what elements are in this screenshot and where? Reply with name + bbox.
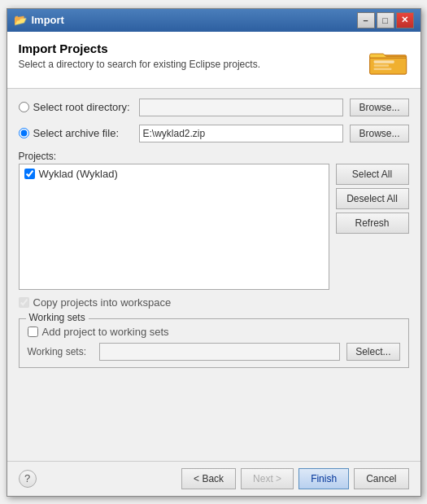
archive-file-row: Select archive file: Browse... [19, 125, 409, 142]
working-sets-legend: Working sets [26, 312, 89, 323]
svg-rect-2 [373, 60, 394, 63]
add-to-working-sets-row: Add project to working sets [28, 326, 400, 338]
header-area: Import Projects Select a directory to se… [7, 32, 420, 89]
projects-section: Projects: Wyklad (Wyklad) Select All Des… [19, 151, 409, 290]
folder-icon [368, 42, 409, 78]
select-all-button[interactable]: Select All [336, 164, 409, 185]
window-title: Import [32, 14, 64, 26]
archive-file-label: Select archive file: [33, 127, 120, 139]
dialog-subtitle: Select a directory to search for existin… [19, 59, 360, 70]
header-text: Import Projects Select a directory to se… [19, 42, 360, 70]
help-button[interactable]: ? [19, 470, 37, 488]
window-controls: – □ ✕ [357, 12, 414, 28]
title-bar: 📂 Import – □ ✕ [7, 9, 420, 32]
copy-projects-row: Copy projects into workspace [19, 296, 409, 309]
archive-file-input[interactable] [139, 125, 344, 142]
minimize-button[interactable]: – [357, 12, 375, 28]
close-button[interactable]: ✕ [396, 12, 414, 28]
add-working-sets-checkbox[interactable] [28, 327, 38, 337]
svg-rect-4 [373, 68, 391, 70]
projects-area: Wyklad (Wyklad) Select All Deselect All … [19, 164, 409, 290]
add-working-sets-label: Add project to working sets [42, 326, 169, 338]
root-directory-row: Select root directory: Browse... [19, 99, 409, 116]
root-directory-browse-button[interactable]: Browse... [350, 99, 408, 116]
projects-list: Wyklad (Wyklad) [19, 164, 329, 290]
next-button[interactable]: Next > [241, 468, 294, 489]
root-directory-input[interactable] [139, 99, 344, 116]
window-icon: 📂 [14, 14, 27, 27]
bottom-bar: ? < Back Next > Finish Cancel [7, 461, 420, 496]
working-sets-select-button[interactable]: Select... [346, 343, 399, 361]
main-content: Select root directory: Browse... Select … [7, 89, 420, 461]
working-sets-label: Working sets: [28, 346, 93, 357]
cancel-button[interactable]: Cancel [354, 468, 408, 489]
import-dialog: 📂 Import – □ ✕ Import Projects Select a … [7, 8, 421, 497]
back-button[interactable]: < Back [181, 468, 236, 489]
projects-label: Projects: [19, 151, 409, 162]
project-name: Wyklad (Wyklad) [39, 168, 118, 180]
root-directory-radio[interactable] [19, 102, 29, 112]
root-directory-radio-label[interactable]: Select root directory: [19, 101, 133, 113]
project-checkbox[interactable] [24, 169, 35, 179]
working-sets-input-row: Working sets: Select... [28, 343, 400, 361]
refresh-button[interactable]: Refresh [336, 213, 409, 234]
finish-button[interactable]: Finish [298, 468, 349, 489]
list-item: Wyklad (Wyklad) [21, 166, 327, 182]
svg-rect-3 [373, 64, 388, 67]
deselect-all-button[interactable]: Deselect All [336, 188, 409, 209]
working-sets-group: Working sets Add project to working sets… [19, 318, 409, 368]
maximize-button[interactable]: □ [377, 12, 394, 28]
copy-projects-checkbox[interactable] [19, 297, 29, 308]
root-directory-label: Select root directory: [33, 101, 130, 113]
working-sets-input[interactable] [99, 343, 341, 361]
archive-file-radio-label[interactable]: Select archive file: [19, 127, 133, 139]
archive-file-radio[interactable] [19, 128, 29, 138]
copy-projects-label: Copy projects into workspace [33, 296, 172, 309]
projects-buttons: Select All Deselect All Refresh [336, 164, 409, 290]
dialog-title: Import Projects [19, 42, 360, 55]
archive-file-browse-button[interactable]: Browse... [350, 125, 408, 142]
